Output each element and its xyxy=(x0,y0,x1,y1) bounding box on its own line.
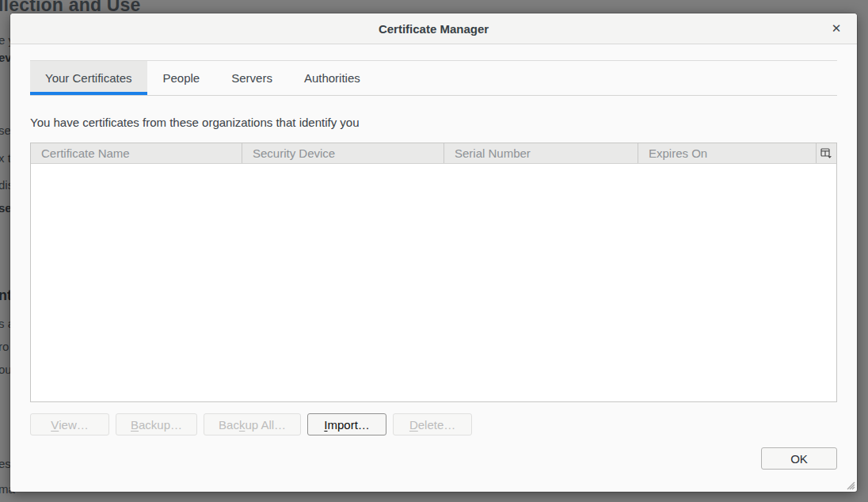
button-label-post: up All… xyxy=(245,418,286,432)
tab-authorities[interactable]: Authorities xyxy=(288,61,376,95)
tab-label: Servers xyxy=(231,71,272,85)
tab-servers[interactable]: Servers xyxy=(215,61,288,95)
button-label-post: mport… xyxy=(328,418,370,432)
delete-button[interactable]: Delete… xyxy=(393,413,472,435)
button-label-post: elete… xyxy=(418,418,456,432)
dialog-footer: OK xyxy=(30,447,837,470)
tab-label: People xyxy=(163,71,200,85)
certificates-description: You have certificates from these organiz… xyxy=(30,116,837,129)
backup-button[interactable]: Backup… xyxy=(116,413,197,435)
button-label-post: iew… xyxy=(59,418,89,432)
import-button[interactable]: Import… xyxy=(307,413,386,435)
dialog-titlebar[interactable]: Certificate Manager ✕ xyxy=(10,13,857,44)
ok-button[interactable]: OK xyxy=(761,447,837,470)
button-access-key: V xyxy=(51,418,59,432)
button-access-key: k xyxy=(239,418,246,432)
close-icon: ✕ xyxy=(832,21,842,36)
tab-strip: Your Certificates People Servers Authori… xyxy=(30,60,837,96)
background-text-fragment: ro xyxy=(0,340,9,353)
tab-label: Your Certificates xyxy=(45,71,132,85)
certificate-manager-dialog: Certificate Manager ✕ Your Certificates … xyxy=(10,13,857,492)
column-header-expires-on[interactable]: Expires On xyxy=(638,143,816,163)
resize-grip[interactable] xyxy=(843,478,855,490)
button-access-key: B xyxy=(131,418,139,432)
close-button[interactable]: ✕ xyxy=(825,17,847,40)
dialog-title: Certificate Manager xyxy=(379,22,489,36)
background-text-fragment: es xyxy=(0,457,11,470)
tab-label: Authorities xyxy=(304,71,360,85)
backup-all-button[interactable]: Backup All… xyxy=(204,413,301,435)
tab-people[interactable]: People xyxy=(147,61,216,95)
column-picker-icon xyxy=(820,148,832,158)
column-header-certificate-name[interactable]: Certificate Name xyxy=(31,143,242,163)
background-text-fragment: se xyxy=(0,124,11,137)
table-header: Certificate Name Security Device Serial … xyxy=(31,143,836,164)
background-text-fragment: x t xyxy=(0,151,11,165)
action-button-row: View… Backup… Backup All… Import… Delete… xyxy=(30,413,837,435)
certificates-table: Certificate Name Security Device Serial … xyxy=(30,143,837,402)
button-label-post: ackup… xyxy=(139,418,182,432)
view-button[interactable]: View… xyxy=(30,413,109,435)
button-label-pre: Bac xyxy=(219,418,239,432)
certificate-list[interactable] xyxy=(31,164,836,401)
dialog-content: Your Certificates People Servers Authori… xyxy=(10,44,857,492)
column-header-security-device[interactable]: Security Device xyxy=(242,143,444,163)
button-access-key: D xyxy=(409,418,418,432)
tab-your-certificates[interactable]: Your Certificates xyxy=(30,61,147,95)
column-picker-button[interactable] xyxy=(816,143,836,163)
column-header-serial-number[interactable]: Serial Number xyxy=(444,143,638,163)
